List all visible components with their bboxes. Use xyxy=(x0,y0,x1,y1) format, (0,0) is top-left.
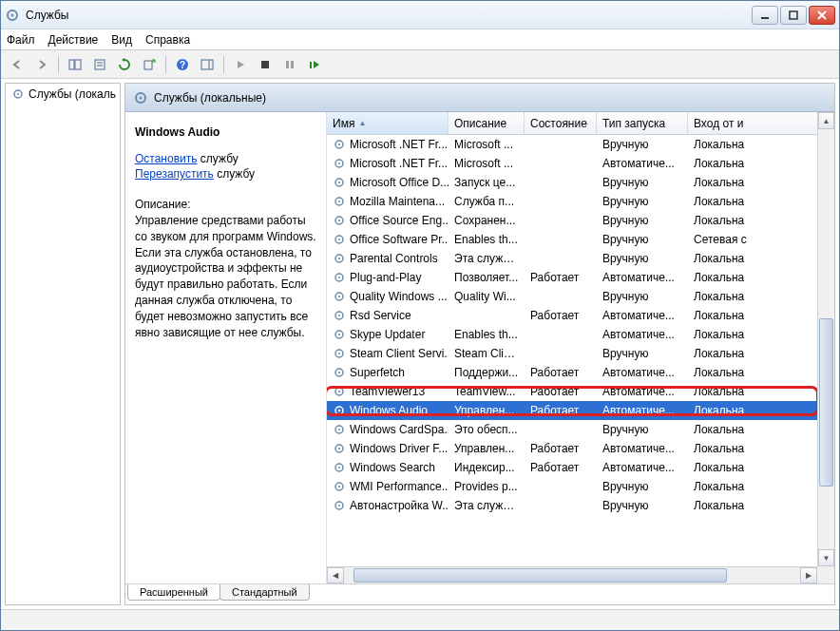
cell-logon: Локальна xyxy=(688,214,834,227)
scroll-thumb[interactable] xyxy=(353,568,728,583)
export-button[interactable] xyxy=(139,54,160,75)
svg-rect-8 xyxy=(95,60,105,69)
close-button[interactable] xyxy=(809,6,835,25)
vertical-scrollbar[interactable]: ▲ ▼ xyxy=(817,112,834,566)
tree-pane[interactable]: Службы (локаль xyxy=(5,83,121,605)
column-startup-type[interactable]: Тип запуска xyxy=(597,112,688,134)
menu-action[interactable]: Действие xyxy=(48,33,99,47)
service-name-text: Microsoft .NET Fr... xyxy=(350,157,448,170)
table-row[interactable]: Parental ControlsЭта служб...ВручнуюЛока… xyxy=(327,249,834,268)
scroll-left-button[interactable]: ◀ xyxy=(327,567,344,583)
menu-file[interactable]: Файл xyxy=(7,33,35,47)
table-row[interactable]: Steam Client Servi...Steam Clie...Вручну… xyxy=(327,344,834,363)
scroll-track[interactable] xyxy=(818,129,834,549)
show-hide-tree-button[interactable] xyxy=(65,54,86,75)
cell-logon: Локальна xyxy=(688,195,834,208)
cell-name: Microsoft .NET Fr... xyxy=(327,138,449,151)
column-state[interactable]: Состояние xyxy=(525,112,597,134)
horizontal-scrollbar[interactable]: ◀ ▶ xyxy=(327,566,817,583)
rows-container[interactable]: Microsoft .NET Fr...Microsoft ...Вручную… xyxy=(327,135,834,583)
column-logon[interactable]: Вход от и xyxy=(688,112,834,134)
properties-button[interactable] xyxy=(89,54,110,75)
table-row[interactable]: Microsoft .NET Fr...Microsoft ...Вручную… xyxy=(327,135,834,154)
gear-icon xyxy=(333,309,346,322)
maximize-button[interactable] xyxy=(780,6,807,25)
cell-name: Windows CardSpa... xyxy=(327,423,449,436)
scroll-track[interactable] xyxy=(344,567,800,583)
table-row[interactable]: Windows CardSpa...Это обесп...ВручнуюЛок… xyxy=(327,420,834,439)
cell-name: Steam Client Servi... xyxy=(327,347,449,360)
back-button[interactable] xyxy=(7,54,28,75)
svg-rect-11 xyxy=(144,61,152,69)
cell-startup-type: Вручную xyxy=(597,233,688,246)
cell-startup-type: Автоматиче... xyxy=(597,157,688,170)
table-row[interactable]: Mozilla Maintena...Служба п...ВручнуюЛок… xyxy=(327,192,834,211)
svg-point-37 xyxy=(338,258,340,259)
tree-root-label: Службы (локаль xyxy=(29,87,116,101)
tab-standard[interactable]: Стандартный xyxy=(220,584,310,601)
table-row[interactable]: Office Source Eng...Сохранен...ВручнуюЛо… xyxy=(327,211,834,230)
separator xyxy=(165,56,166,73)
table-row[interactable]: SuperfetchПоддержи...РаботаетАвтоматиче.… xyxy=(327,363,834,382)
table-row[interactable]: Автонастройка W...Эта служб...ВручнуюЛок… xyxy=(327,496,834,515)
scroll-right-button[interactable]: ▶ xyxy=(800,567,817,583)
cell-logon: Локальна xyxy=(688,499,834,512)
minimize-button[interactable] xyxy=(752,6,778,25)
table-row[interactable]: Rsd ServiceРаботаетАвтоматиче...Локальна xyxy=(327,306,834,325)
description-label: Описание: xyxy=(135,198,316,211)
table-row[interactable]: Microsoft Office D...Запуск це...Вручную… xyxy=(327,173,834,192)
titlebar[interactable]: Службы xyxy=(1,1,839,29)
stop-service-button[interactable] xyxy=(255,54,276,75)
cell-logon: Локальна xyxy=(688,404,834,417)
gear-icon xyxy=(333,233,346,246)
start-service-button[interactable] xyxy=(230,54,251,75)
menu-view[interactable]: Вид xyxy=(111,33,132,47)
cell-state: Работает xyxy=(525,461,597,474)
service-name-text: Windows CardSpa... xyxy=(350,423,449,436)
service-name-text: Parental Controls xyxy=(350,252,438,265)
table-row[interactable]: Windows Driver F...Управлен...РаботаетАв… xyxy=(327,439,834,458)
table-row[interactable]: Plug-and-PlayПозволяет...РаботаетАвтомат… xyxy=(327,268,834,287)
cell-logon: Локальна xyxy=(688,461,834,474)
scroll-corner xyxy=(817,566,834,583)
cell-name: Windows Search xyxy=(327,461,449,474)
stop-service-link[interactable]: Остановить xyxy=(135,152,198,165)
table-row[interactable]: Quality Windows ...Quality Wi...ВручнуюЛ… xyxy=(327,287,834,306)
cell-logon: Локальна xyxy=(688,290,834,303)
restart-service-link[interactable]: Перезапустить xyxy=(135,167,214,181)
restart-service-button[interactable] xyxy=(304,54,325,75)
cell-name: Plug-and-Play xyxy=(327,271,449,284)
cell-logon: Локальна xyxy=(688,157,834,170)
scroll-down-button[interactable]: ▼ xyxy=(818,549,834,566)
refresh-button[interactable] xyxy=(114,54,135,75)
cell-startup-type: Вручную xyxy=(597,176,688,189)
cell-name: Microsoft Office D... xyxy=(327,176,449,189)
stop-suffix: службу xyxy=(198,152,239,165)
cell-state: Работает xyxy=(525,309,597,322)
scroll-up-button[interactable]: ▲ xyxy=(818,112,834,129)
restart-suffix: службу xyxy=(214,167,255,181)
table-row[interactable]: Microsoft .NET Fr...Microsoft ...Автомат… xyxy=(327,154,834,173)
forward-button[interactable] xyxy=(31,54,52,75)
table-row[interactable]: WMI Performance...Provides p...ВручнуюЛо… xyxy=(327,477,834,496)
tree-root-item[interactable]: Службы (локаль xyxy=(6,84,120,105)
cell-startup-type: Автоматиче... xyxy=(597,366,688,379)
table-row[interactable]: Skype UpdaterEnables th...Автоматиче...Л… xyxy=(327,325,834,344)
gear-icon xyxy=(333,347,346,360)
scroll-thumb[interactable] xyxy=(819,318,833,487)
pause-service-button[interactable] xyxy=(279,54,300,75)
cell-description: Microsoft ... xyxy=(449,157,525,170)
table-row[interactable]: Office Software Pr...Enables th...Вручну… xyxy=(327,230,834,249)
column-name[interactable]: Имя▲ xyxy=(327,112,449,134)
table-row[interactable]: Windows SearchИндексир...РаботаетАвтомат… xyxy=(327,458,834,477)
help-button[interactable]: ? xyxy=(172,54,193,75)
table-row[interactable]: Windows AudioУправлен...РаботаетАвтомати… xyxy=(327,401,834,420)
table-row[interactable]: TeamViewer13TeamView...РаботаетАвтоматич… xyxy=(327,382,834,401)
stop-service-line: Остановить службу xyxy=(135,152,316,165)
column-description[interactable]: Описание xyxy=(449,112,525,134)
service-list: Имя▲ Описание Состояние Тип запуска Вход… xyxy=(327,112,834,583)
show-hide-action-pane-button[interactable] xyxy=(197,54,218,75)
tab-extended[interactable]: Расширенный xyxy=(127,584,220,601)
menu-help[interactable]: Справка xyxy=(145,33,190,47)
cell-description: Steam Clie... xyxy=(449,347,525,360)
